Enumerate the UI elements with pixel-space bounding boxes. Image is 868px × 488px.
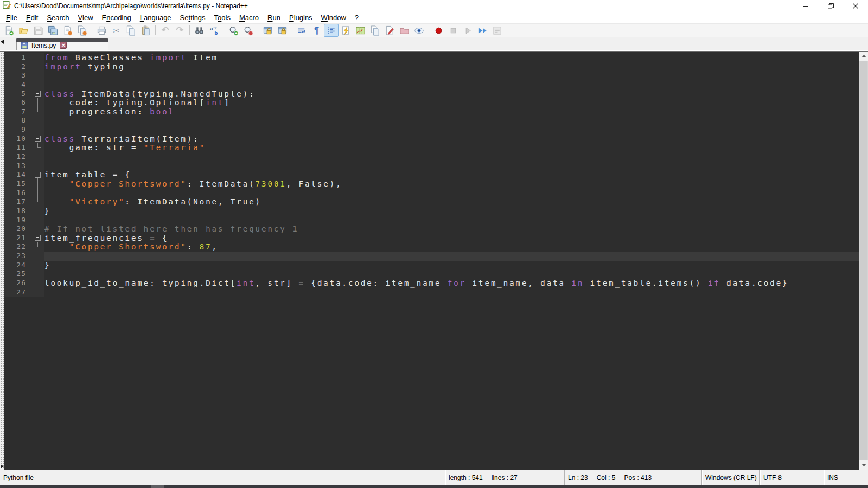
line-number[interactable]: 11	[4, 143, 33, 152]
status-insert-mode[interactable]: INS	[824, 470, 868, 485]
code-text[interactable]: class TerrariaItem(Item):	[44, 134, 859, 144]
restore-button[interactable]	[818, 0, 843, 12]
code-text[interactable]	[44, 116, 859, 125]
menu-item-plugins[interactable]: Plugins	[285, 12, 317, 23]
fold-margin[interactable]	[33, 125, 44, 134]
code-text[interactable]: import typing	[44, 62, 859, 72]
line-number[interactable]: 15	[4, 179, 33, 189]
close-button[interactable]	[843, 0, 868, 12]
fold-collapse-icon[interactable]	[35, 136, 41, 142]
code-text[interactable]: "Copper Shortsword": 87,	[44, 242, 859, 252]
code-text[interactable]	[44, 252, 859, 261]
editor[interactable]: 1from BaseClasses import Item2import typ…	[0, 51, 868, 470]
scrollbar-thumb[interactable]	[860, 61, 867, 460]
line-number[interactable]: 2	[4, 62, 33, 72]
line-number[interactable]: 22	[4, 242, 33, 252]
line-number[interactable]: 16	[4, 189, 33, 198]
fold-margin[interactable]	[33, 189, 44, 198]
code-text[interactable]	[44, 71, 859, 80]
fold-margin[interactable]	[33, 53, 44, 62]
fold-margin[interactable]	[33, 71, 44, 80]
fold-margin[interactable]	[33, 143, 44, 152]
open-file-button[interactable]	[16, 24, 31, 37]
code-text[interactable]	[44, 152, 859, 162]
macro-save-button[interactable]	[490, 24, 505, 37]
minimize-button[interactable]	[793, 0, 818, 12]
cut-button[interactable]: ✂	[109, 24, 124, 37]
function-list-button[interactable]	[339, 24, 353, 37]
fold-margin[interactable]	[33, 152, 44, 162]
undo-button[interactable]: ↶	[158, 24, 173, 37]
line-number[interactable]: 21	[4, 234, 33, 243]
dock-grip[interactable]	[0, 52, 4, 470]
menu-item-search[interactable]: Search	[42, 12, 73, 23]
zoom-in-button[interactable]: +	[226, 24, 241, 37]
code-text[interactable]: progression: bool	[44, 107, 859, 117]
save-file-button[interactable]	[31, 24, 46, 37]
code-text[interactable]: game: str = "Terraria"	[44, 143, 859, 152]
line-number[interactable]: 23	[4, 252, 33, 261]
line-number[interactable]: 9	[4, 125, 33, 134]
save-all-button[interactable]	[46, 24, 60, 37]
fold-margin[interactable]	[33, 89, 44, 99]
fold-margin[interactable]	[33, 170, 44, 179]
line-number[interactable]: 18	[4, 207, 33, 216]
menu-item-macro[interactable]: Macro	[235, 12, 263, 23]
menu-item-view[interactable]: View	[74, 12, 98, 23]
fold-margin[interactable]	[33, 279, 44, 288]
code-text[interactable]	[44, 189, 859, 198]
line-number[interactable]: 14	[4, 170, 33, 179]
tab-items-py[interactable]: Items.py ✕	[16, 38, 108, 50]
line-number[interactable]: 13	[4, 162, 33, 171]
code-text[interactable]: class ItemData(typing.NamedTuple):	[44, 89, 859, 99]
redo-button[interactable]: ↷	[173, 24, 187, 37]
menu-item-run[interactable]: Run	[263, 12, 285, 23]
fold-margin[interactable]	[33, 216, 44, 225]
fold-margin[interactable]	[33, 197, 44, 207]
menu-item-tools[interactable]: Tools	[210, 12, 235, 23]
macro-record-button[interactable]	[431, 24, 446, 37]
line-number[interactable]: 3	[4, 71, 33, 80]
close-all-button[interactable]: -	[75, 24, 90, 37]
sync-horizontal-scrolling-button[interactable]	[275, 24, 290, 37]
fold-margin[interactable]	[33, 288, 44, 297]
line-number[interactable]: 8	[4, 116, 33, 125]
show-indent-guide-button[interactable]	[324, 24, 339, 37]
line-number[interactable]: 7	[4, 107, 33, 117]
zoom-out-button[interactable]: -	[241, 24, 256, 37]
code-text[interactable]: code: typing.Optional[int]	[44, 98, 859, 107]
copy-button[interactable]	[124, 24, 138, 37]
fold-margin[interactable]	[33, 179, 44, 189]
menu-item-settings[interactable]: Settings	[176, 12, 210, 23]
menu-item-language[interactable]: Language	[136, 12, 176, 23]
document-map-button[interactable]	[353, 24, 368, 37]
code-text[interactable]: from BaseClasses import Item	[44, 53, 859, 62]
fold-margin[interactable]	[33, 261, 44, 270]
show-all-characters-button[interactable]: ¶	[309, 24, 324, 37]
fold-margin[interactable]	[33, 80, 44, 89]
monitoring-button[interactable]	[412, 24, 426, 37]
line-number[interactable]: 10	[4, 134, 33, 144]
code-text[interactable]: }	[44, 207, 859, 216]
status-eol-format[interactable]: Windows (CR LF)	[701, 470, 760, 485]
document-list-button[interactable]	[368, 24, 382, 37]
fold-margin[interactable]	[33, 62, 44, 72]
line-number[interactable]: 19	[4, 216, 33, 225]
code-text[interactable]	[44, 216, 859, 225]
line-number[interactable]: 25	[4, 269, 33, 279]
word-wrap-button[interactable]	[295, 24, 309, 37]
line-number[interactable]: 12	[4, 152, 33, 162]
fold-margin[interactable]	[33, 269, 44, 279]
fold-margin[interactable]	[33, 242, 44, 252]
replace-button[interactable]: ab	[207, 24, 221, 37]
scrollbar-up-icon[interactable]	[859, 52, 868, 61]
line-number[interactable]: 4	[4, 80, 33, 89]
line-number[interactable]: 6	[4, 98, 33, 107]
code-text[interactable]: }	[44, 261, 859, 270]
fold-margin[interactable]	[33, 162, 44, 171]
fold-margin[interactable]	[33, 252, 44, 261]
code-text[interactable]: item_table = {	[44, 170, 859, 179]
code-text[interactable]	[44, 162, 859, 171]
fold-margin[interactable]	[33, 207, 44, 216]
line-number[interactable]: 24	[4, 261, 33, 270]
